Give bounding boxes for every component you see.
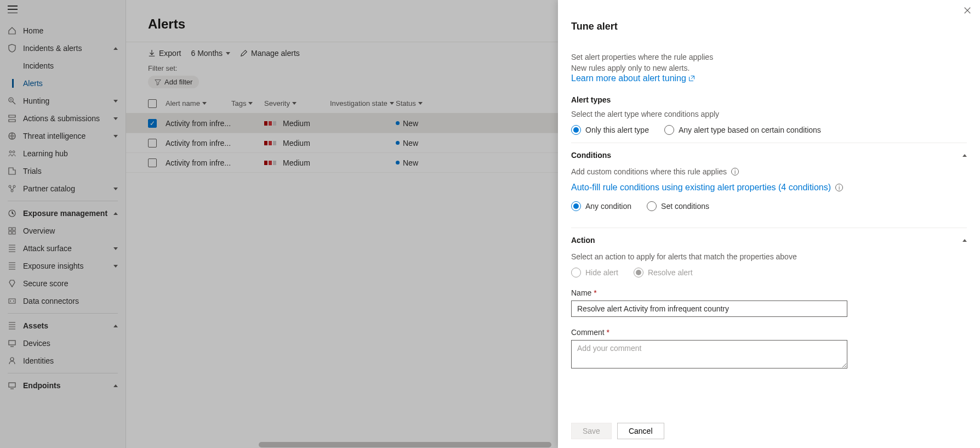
panel-desc-1: Set alert properties where the rule appl… <box>571 52 967 63</box>
radio-hide-alert: Hide alert <box>571 268 618 277</box>
radio-icon <box>571 125 581 135</box>
radio-any-alert-type[interactable]: Any alert type based on certain conditio… <box>664 125 821 135</box>
radio-icon <box>634 268 643 277</box>
external-link-icon <box>688 75 695 82</box>
radio-label: Resolve alert <box>648 268 693 277</box>
save-button: Save <box>571 423 612 439</box>
radio-icon <box>664 125 674 135</box>
chevron-up-icon[interactable] <box>962 239 967 242</box>
comment-textarea[interactable] <box>571 340 847 368</box>
radio-icon <box>647 201 657 211</box>
action-heading: Action <box>571 236 595 245</box>
alert-types-heading: Alert types <box>571 95 967 104</box>
radio-label: Hide alert <box>585 268 618 277</box>
autofill-label: Auto-fill rule conditions using existing… <box>571 183 831 192</box>
panel-title: Tune alert <box>571 21 967 32</box>
learn-more-label: Learn more about alert tuning <box>571 73 686 83</box>
comment-field-label: Comment * <box>571 328 967 337</box>
chevron-up-icon[interactable] <box>962 154 967 157</box>
conditions-heading: Conditions <box>571 151 611 160</box>
radio-label: Any alert type based on certain conditio… <box>679 126 821 134</box>
autofill-link[interactable]: Auto-fill rule conditions using existing… <box>571 183 831 192</box>
learn-more-link[interactable]: Learn more about alert tuning <box>571 73 695 83</box>
conditions-desc: Add custom conditions where this rule ap… <box>571 167 727 176</box>
cancel-button[interactable]: Cancel <box>617 423 664 439</box>
close-icon <box>964 7 971 14</box>
close-button[interactable] <box>964 7 971 14</box>
radio-label: Only this alert type <box>585 126 649 134</box>
info-icon[interactable]: i <box>731 168 739 175</box>
radio-icon <box>571 268 581 277</box>
radio-icon <box>571 201 581 211</box>
name-field-label: Name * <box>571 288 967 297</box>
alert-types-desc: Select the alert type where conditions a… <box>571 110 967 118</box>
radio-label: Set conditions <box>661 202 709 211</box>
action-desc: Select an action to apply for alerts tha… <box>571 252 967 261</box>
radio-label: Any condition <box>585 202 631 211</box>
radio-any-condition[interactable]: Any condition <box>571 201 631 211</box>
radio-resolve-alert: Resolve alert <box>634 268 693 277</box>
radio-set-conditions[interactable]: Set conditions <box>647 201 709 211</box>
info-icon[interactable]: i <box>835 184 843 191</box>
panel-desc-2: New rules apply only to new alerts. <box>571 63 967 74</box>
tune-alert-panel: Tune alert Set alert properties where th… <box>558 0 980 448</box>
name-input[interactable] <box>571 300 847 317</box>
radio-only-this-alert[interactable]: Only this alert type <box>571 125 649 135</box>
conditions-desc-row: Add custom conditions where this rule ap… <box>571 167 967 176</box>
